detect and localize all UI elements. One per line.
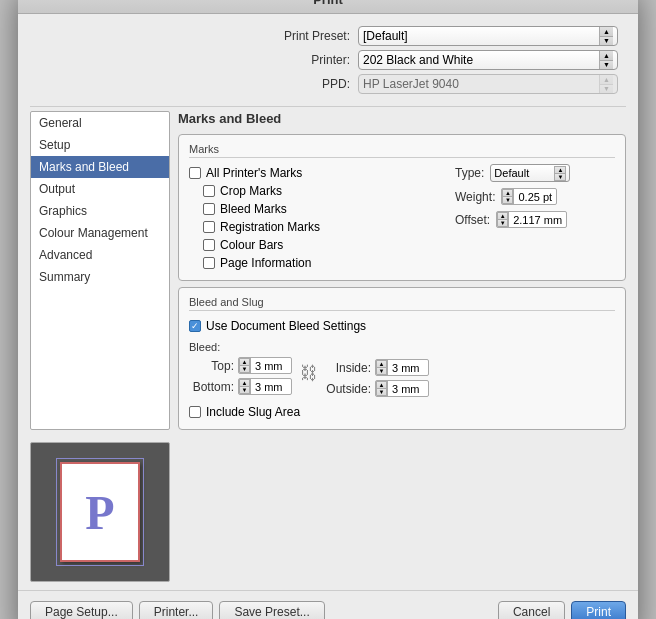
sidebar-item-advanced[interactable]: Advanced <box>31 244 169 266</box>
bottom-value[interactable]: 3 mm <box>251 381 291 393</box>
all-printers-marks-checkbox[interactable] <box>189 167 201 179</box>
preview-page: P <box>60 462 140 562</box>
printer-button[interactable]: Printer... <box>139 601 214 619</box>
preview-spacer <box>178 436 626 582</box>
stepper-up[interactable]: ▲ <box>600 51 613 61</box>
stepper-up[interactable]: ▲ <box>600 27 613 37</box>
colour-bars-label: Colour Bars <box>220 236 283 254</box>
type-stepper[interactable]: ▲ ▼ <box>554 166 566 181</box>
weight-label: Weight: <box>455 190 495 204</box>
sidebar-item-output[interactable]: Output <box>31 178 169 200</box>
outside-stepper[interactable]: ▲ ▼ <box>376 381 388 396</box>
sidebar-item-general[interactable]: General <box>31 112 169 134</box>
print-preset-label: Print Preset: <box>260 29 350 43</box>
print-button[interactable]: Print <box>571 601 626 619</box>
stepper-down[interactable]: ▼ <box>600 61 613 70</box>
marks-section-label: Marks <box>189 143 615 158</box>
printer-select[interactable]: 202 Black and White ▲ ▼ <box>358 50 618 70</box>
include-slug-label: Include Slug Area <box>206 403 300 421</box>
print-preset-row: Print Preset: [Default] ▲ ▼ <box>38 26 618 46</box>
marks-left: All Printer's Marks Crop Marks Bleed Mar… <box>189 164 435 272</box>
inside-bleed-row: Inside: ▲ ▼ 3 mm <box>326 359 429 376</box>
stepper-up: ▲ <box>600 75 613 85</box>
content-panel: Marks and Bleed Marks All Printer's Mark… <box>178 111 626 430</box>
bleed-marks-checkbox[interactable] <box>203 203 215 215</box>
inside-stepper-up[interactable]: ▲ <box>376 360 387 367</box>
ppd-stepper: ▲ ▼ <box>599 75 613 93</box>
preview-area: P <box>30 436 626 582</box>
type-stepper-up[interactable]: ▲ <box>554 166 566 173</box>
sidebar: General Setup Marks and Bleed Output Gra… <box>30 111 170 430</box>
offset-value[interactable]: 2.117 mm <box>509 214 566 226</box>
bottom-bleed-row: Bottom: ▲ ▼ 3 mm <box>189 378 292 395</box>
sidebar-item-marks-and-bleed[interactable]: Marks and Bleed <box>31 156 169 178</box>
top-value[interactable]: 3 mm <box>251 360 291 372</box>
bottom-stepper-down[interactable]: ▼ <box>239 386 250 394</box>
crop-marks-checkbox[interactable] <box>203 185 215 197</box>
weight-input-group: ▲ ▼ 0.25 pt <box>501 188 557 205</box>
sidebar-item-summary[interactable]: Summary <box>31 266 169 288</box>
bleed-slug-section: Bleed and Slug Use Document Bleed Settin… <box>178 287 626 430</box>
type-field: Type: Default ▲ ▼ <box>455 164 615 182</box>
registration-marks-row: Registration Marks <box>189 218 435 236</box>
printer-label: Printer: <box>260 53 350 67</box>
outside-stepper-down[interactable]: ▼ <box>376 388 387 396</box>
type-label: Type: <box>455 166 484 180</box>
bottom-label: Bottom: <box>189 380 234 394</box>
inside-value[interactable]: 3 mm <box>388 362 428 374</box>
weight-stepper-down[interactable]: ▼ <box>502 196 513 204</box>
page-setup-button[interactable]: Page Setup... <box>30 601 133 619</box>
colour-bars-checkbox[interactable] <box>203 239 215 251</box>
bottom-buttons: Page Setup... Printer... Save Preset... … <box>18 590 638 619</box>
bleed-slug-label: Bleed and Slug <box>189 296 615 311</box>
use-document-bleed-checkbox[interactable] <box>189 320 201 332</box>
registration-marks-label: Registration Marks <box>220 218 320 236</box>
sidebar-item-colour-management[interactable]: Colour Management <box>31 222 169 244</box>
link-icon: ⛓ <box>300 341 318 384</box>
marks-section: Marks All Printer's Marks Crop Marks <box>178 134 626 281</box>
use-document-bleed-label: Use Document Bleed Settings <box>206 317 366 335</box>
offset-input-group: ▲ ▼ 2.117 mm <box>496 211 567 228</box>
type-select[interactable]: Default ▲ ▼ <box>490 164 570 182</box>
top-label: Top: <box>189 359 234 373</box>
marks-grid: All Printer's Marks Crop Marks Bleed Mar… <box>189 164 615 272</box>
printer-row: Printer: 202 Black and White ▲ ▼ <box>38 50 618 70</box>
printer-stepper[interactable]: ▲ ▼ <box>599 51 613 69</box>
bottom-stepper-up[interactable]: ▲ <box>239 379 250 386</box>
bleed-fields: Bleed: Top: ▲ ▼ 3 mm <box>189 341 292 395</box>
weight-stepper[interactable]: ▲ ▼ <box>502 189 514 204</box>
save-preset-button[interactable]: Save Preset... <box>219 601 324 619</box>
sidebar-item-setup[interactable]: Setup <box>31 134 169 156</box>
outside-value[interactable]: 3 mm <box>388 383 428 395</box>
outside-stepper-up[interactable]: ▲ <box>376 381 387 388</box>
section-title: Marks and Bleed <box>178 111 626 128</box>
include-slug-checkbox[interactable] <box>189 406 201 418</box>
dialog-title: Print <box>18 0 638 14</box>
bleed-area: Bleed: Top: ▲ ▼ 3 mm <box>189 341 615 397</box>
ppd-select: HP LaserJet 9040 ▲ ▼ <box>358 74 618 94</box>
inside-stepper-down[interactable]: ▼ <box>376 367 387 375</box>
offset-stepper-down[interactable]: ▼ <box>497 219 508 227</box>
print-preset-select[interactable]: [Default] ▲ ▼ <box>358 26 618 46</box>
type-stepper-down[interactable]: ▼ <box>554 173 566 181</box>
registration-marks-checkbox[interactable] <box>203 221 215 233</box>
weight-value[interactable]: 0.25 pt <box>514 191 556 203</box>
all-printers-marks-label: All Printer's Marks <box>206 164 302 182</box>
all-printers-marks-row: All Printer's Marks <box>189 164 435 182</box>
print-preset-stepper[interactable]: ▲ ▼ <box>599 27 613 45</box>
marks-right: Type: Default ▲ ▼ Weight: <box>455 164 615 272</box>
top-stepper-down[interactable]: ▼ <box>239 365 250 373</box>
top-stepper[interactable]: ▲ ▼ <box>239 358 251 373</box>
sidebar-item-graphics[interactable]: Graphics <box>31 200 169 222</box>
stepper-down[interactable]: ▼ <box>600 37 613 46</box>
cancel-button[interactable]: Cancel <box>498 601 565 619</box>
use-document-bleed-row: Use Document Bleed Settings <box>189 317 615 335</box>
weight-stepper-up[interactable]: ▲ <box>502 189 513 196</box>
offset-stepper-up[interactable]: ▲ <box>497 212 508 219</box>
inside-stepper[interactable]: ▲ ▼ <box>376 360 388 375</box>
weight-field: Weight: ▲ ▼ 0.25 pt <box>455 188 615 205</box>
page-info-checkbox[interactable] <box>203 257 215 269</box>
bottom-stepper[interactable]: ▲ ▼ <box>239 379 251 394</box>
offset-stepper[interactable]: ▲ ▼ <box>497 212 509 227</box>
top-stepper-up[interactable]: ▲ <box>239 358 250 365</box>
